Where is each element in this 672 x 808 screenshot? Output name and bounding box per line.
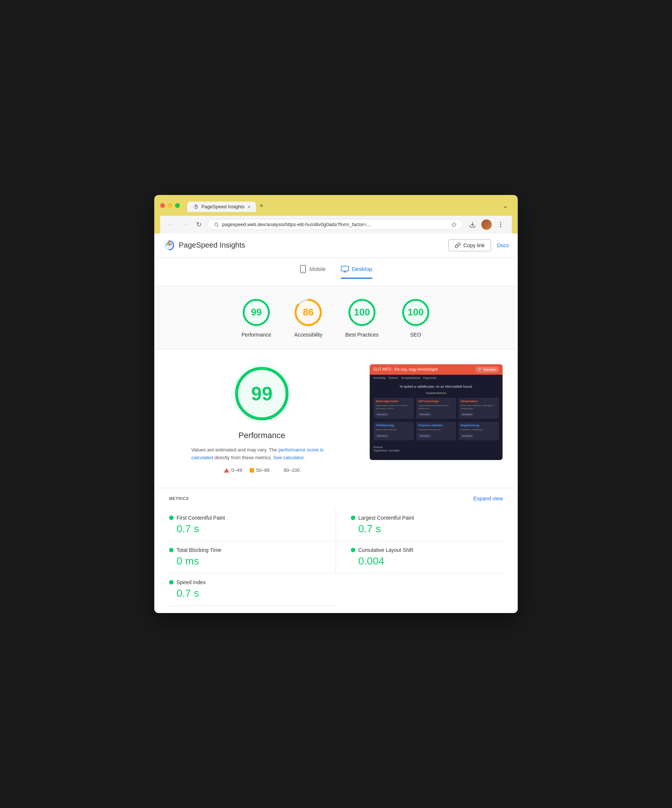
metric-tbt: Total Blocking Time 0 ms [169, 541, 336, 573]
screenshot-hero: Te építed a vállalkozást, mi az informat… [373, 385, 499, 389]
bookmark-icon[interactable] [451, 222, 456, 227]
docs-link[interactable]: Docs [497, 242, 509, 248]
performance-circle: 99 [241, 298, 271, 327]
legend-average: 50–89 [249, 467, 270, 473]
screenshot-body: Te építed a vállalkozást, mi az informat… [370, 381, 503, 457]
tab-desktop[interactable]: Desktop [341, 265, 372, 279]
calculator-link[interactable]: See calculator. [273, 455, 305, 460]
screenshot-preview: ELIT-INFO - Kis cég, nagy lehetőségek 🔍 … [369, 364, 503, 460]
screenshot-footer: Rólunk Ügyfeleink mondták [373, 444, 499, 454]
lcp-name: Largest Contentful Paint [358, 515, 414, 521]
minimize-button[interactable] [168, 203, 172, 208]
big-performance-circle: 99 [232, 364, 291, 423]
back-button[interactable]: ← [165, 219, 176, 230]
fcp-value: 0.7 s [177, 523, 321, 535]
new-tab-button[interactable]: + [256, 200, 267, 212]
performance-left: 99 Performance Values are estimated and … [169, 364, 354, 473]
screenshot-extra: VPN/Biztonság Biztonságos hálózati... Bő… [373, 422, 499, 453]
screenshot-header: ELIT-INFO - Kis cég, nagy lehetőségek 🔍 … [370, 364, 503, 375]
score-card-performance[interactable]: 99 Performance [241, 298, 271, 338]
svg-line-2 [218, 225, 219, 227]
metric-cls: Cumulative Layout Shift 0.004 [336, 541, 503, 573]
score-legend: 0–49 50–89 90–100 [224, 467, 300, 473]
metrics-section: METRICS Expand view First Contentful Pai… [154, 488, 518, 613]
accessibility-score: 86 [303, 307, 314, 318]
maximize-button[interactable] [175, 203, 180, 208]
screenshot-card-3: Infrastruktúra Üzleti célra alkalmas, vi… [458, 398, 499, 419]
seo-score: 100 [408, 307, 423, 318]
fail-icon [224, 468, 229, 472]
tbt-name: Total Blocking Time [177, 547, 221, 553]
svg-marker-3 [452, 222, 456, 227]
screenshot-cards: Biztonsági mentés Végrehajtott rendszere… [373, 398, 499, 419]
pass-icon [277, 468, 281, 472]
average-icon [249, 468, 254, 472]
cls-dot [351, 548, 355, 552]
svg-point-1 [215, 223, 218, 226]
tab-mobile[interactable]: Mobile [300, 265, 326, 279]
screenshot-card-4: VPN/Biztonság Biztonságos hálózati... Bő… [373, 422, 414, 440]
svg-point-5 [500, 222, 501, 223]
metric-fcp: First Contentful Paint 0.7 s [169, 509, 336, 541]
copy-link-label: Copy link [463, 242, 485, 248]
screenshot-card-1: Biztonsági mentés Végrehajtott rendszere… [373, 398, 414, 419]
tbt-name-row: Total Blocking Time [169, 547, 321, 553]
url-input[interactable]: pagespeed.web.dev/analysis/https-elit-hu… [208, 219, 463, 230]
best-practices-label: Best Practices [345, 332, 378, 338]
si-value: 0.7 s [177, 588, 321, 599]
screenshot-card-2: SAP technológia A jogszabályok előírják … [416, 398, 456, 419]
security-icon [214, 222, 219, 227]
legend-average-range: 50–89 [256, 467, 270, 473]
screenshot-search: 🔍 Keresés [475, 367, 499, 372]
download-button[interactable] [466, 219, 478, 230]
accessibility-circle: 86 [293, 298, 323, 327]
score-card-accessibility[interactable]: 86 Accessibility [293, 298, 323, 338]
big-performance-score: 99 [251, 382, 272, 405]
url-text: pagespeed.web.dev/analysis/https-elit-hu… [222, 222, 448, 227]
tab-bar: PageSpeed Insights × + ⌄ [187, 199, 512, 212]
expand-view-button[interactable]: Expand view [473, 496, 503, 501]
svg-point-7 [500, 226, 501, 227]
forward-button[interactable]: → [179, 219, 190, 230]
screenshot-nav: Kezdőlap Rólunk Szolgáltatások Kapcsolat [370, 375, 503, 381]
lcp-name-row: Largest Contentful Paint [351, 515, 503, 521]
tab-more-button[interactable]: ⌄ [499, 199, 512, 212]
score-card-seo[interactable]: 100 SEO [401, 298, 431, 338]
accessibility-label: Accessibility [294, 332, 322, 338]
close-button[interactable] [160, 203, 165, 208]
lcp-value: 0.7 s [358, 523, 503, 535]
desktop-tab-label: Desktop [352, 266, 372, 272]
psi-header: PageSpeed Insights Copy link Docs [154, 234, 518, 257]
title-bar-top: PageSpeed Insights × + ⌄ [160, 199, 512, 212]
si-dot [169, 580, 174, 584]
performance-score: 99 [251, 307, 262, 318]
performance-description: Values are estimated and may vary. The p… [191, 446, 332, 462]
menu-button[interactable] [495, 219, 507, 230]
performance-title: Performance [239, 431, 285, 440]
scores-section: 99 Performance 86 Accessibility [154, 287, 518, 349]
browser-actions [466, 219, 507, 230]
pagespeed-icon [192, 204, 199, 210]
device-tabs: Mobile Desktop [154, 257, 518, 287]
tab-close-button[interactable]: × [247, 204, 250, 210]
copy-link-button[interactable]: Copy link [448, 239, 491, 251]
score-card-best-practices[interactable]: 100 Best Practices [345, 298, 378, 338]
tbt-dot [169, 548, 174, 552]
reload-button[interactable]: ↻ [194, 219, 204, 230]
screenshot-cards-2: VPN/Biztonság Biztonságos hálózati... Bő… [373, 422, 499, 440]
user-avatar[interactable] [481, 219, 492, 230]
address-bar: ← → ↻ pagespeed.web.dev/analysis/https-e… [160, 216, 512, 234]
legend-fail-range: 0–49 [231, 467, 242, 473]
seo-label: SEO [410, 332, 421, 338]
fcp-dot [169, 516, 174, 520]
mobile-tab-label: Mobile [309, 266, 326, 272]
desktop-icon [341, 266, 349, 272]
screenshot-card-6: Megbízhatóság Folytonos szolgáltatás... … [458, 422, 499, 440]
performance-section: 99 Performance Values are estimated and … [154, 349, 518, 489]
svg-point-6 [500, 224, 501, 225]
active-tab[interactable]: PageSpeed Insights × [187, 202, 256, 212]
screenshot-card-5: Folytonos működés Folytonos üzemmenet...… [416, 422, 456, 440]
performance-right: ELIT-INFO - Kis cég, nagy lehetőségek 🔍 … [369, 364, 503, 473]
title-bar: PageSpeed Insights × + ⌄ ← → ↻ pagespeed… [154, 195, 518, 234]
page-content: PageSpeed Insights Copy link Docs [154, 234, 518, 613]
